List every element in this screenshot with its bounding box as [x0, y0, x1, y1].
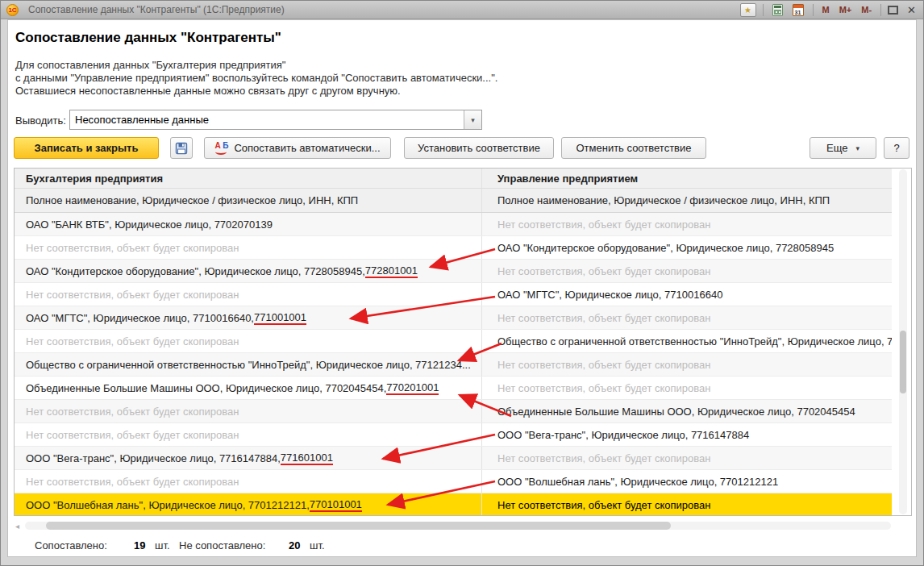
close-icon[interactable]: ✕ [902, 4, 918, 16]
matched-label: Сопоставлено: [35, 539, 134, 551]
kpp-underlined: 770101001 [310, 498, 362, 512]
no-match-text: Нет соответствия, объект будет скопирова… [26, 406, 239, 418]
table-row[interactable]: ОАО "Кондитерское оборудование", Юридиче… [15, 260, 892, 283]
table-row[interactable]: ООО "Волшебная лань", Юридическое лицо, … [15, 493, 892, 516]
scrollbar-track[interactable] [25, 522, 891, 530]
entity-text: Общество с ограниченной ответственностью… [26, 359, 471, 371]
table-row[interactable]: ОАО "МГТС", Юридическое лицо, 7710016640… [15, 306, 892, 330]
cell-management[interactable]: ОАО "Кондитерское оборудование", Юридиче… [481, 236, 892, 259]
no-match-text: Нет соответствия, объект будет скопирова… [497, 499, 710, 511]
divider [880, 4, 881, 16]
scrollbar-thumb[interactable] [46, 522, 671, 530]
description-line: Для сопоставления данных "Бухгалтерия пр… [15, 59, 497, 72]
description-line: Оставшиеся несопоставленные данные можно… [15, 85, 497, 98]
entity-text: Объединенные Большие Машины ООО, Юридиче… [26, 382, 386, 394]
cell-accounting[interactable]: Нет соответствия, объект будет скопирова… [15, 470, 481, 493]
scrollbar-thumb[interactable] [900, 331, 906, 393]
cell-management[interactable]: ОАО "МГТС", Юридическое лицо, 7710016640 [481, 283, 892, 306]
column-header-accounting[interactable]: Бухгалтерия предприятия [15, 169, 481, 188]
cell-management[interactable]: Нет соответствия, объект будет скопирова… [481, 306, 892, 329]
divider [813, 4, 814, 16]
cell-management[interactable]: ООО "Волшебная лань", Юридическое лицо, … [481, 470, 892, 493]
cell-accounting[interactable]: ОАО "БАНК ВТБ", Юридическое лицо, 770207… [15, 213, 481, 235]
cell-accounting[interactable]: Нет соответствия, объект будет скопирова… [15, 423, 481, 446]
column-header-management[interactable]: Управление предприятием [481, 169, 892, 188]
table-row[interactable]: Нет соответствия, объект будет скопирова… [15, 236, 892, 260]
scroll-left-icon[interactable]: ◂ [15, 522, 19, 531]
table-row[interactable]: Объединенные Большие Машины ООО, Юридиче… [15, 377, 892, 400]
status-bar: Сопоставлено:19шт.Не сопоставлено:20шт. [35, 539, 334, 551]
help-button[interactable]: ? [884, 137, 909, 159]
entity-text: ОАО "БАНК ВТБ", Юридическое лицо, 770207… [26, 218, 273, 231]
entity-text: ОАО "МГТС", Юридическое лицо, 7710016640… [26, 312, 254, 324]
table-row[interactable]: ОАО "БАНК ВТБ", Юридическое лицо, 770207… [15, 213, 892, 236]
entity-text: ООО "Волшебная лань", Юридическое лицо, … [26, 499, 310, 511]
kpp-underlined: 772801001 [365, 264, 418, 278]
memory-button-М[interactable]: М [820, 5, 832, 15]
cell-management[interactable]: Нет соответствия, объект будет скопирова… [481, 260, 892, 282]
vertical-scrollbar[interactable] [899, 169, 907, 514]
entity-text: ООО "Вега-транс", Юридическое лицо, 7716… [26, 452, 281, 464]
cell-accounting[interactable]: Общество с ограниченной ответственностью… [15, 353, 481, 376]
table-row[interactable]: Нет соответствия, объект будет скопирова… [15, 330, 892, 353]
cell-accounting[interactable]: ОАО "Кондитерское оборудование", Юридиче… [15, 260, 481, 282]
save-and-close-button[interactable]: Записать и закрыть [14, 137, 159, 159]
cell-management[interactable]: Нет соответствия, объект будет скопирова… [481, 353, 892, 376]
cell-accounting[interactable]: ООО "Вега-транс", Юридическое лицо, 7716… [15, 447, 481, 469]
table-row[interactable]: ООО "Вега-транс", Юридическое лицо, 7716… [15, 447, 892, 470]
no-match-text: Нет соответствия, объект будет скопирова… [497, 382, 710, 394]
subheader-accounting: Полное наименование, Юридическое / физич… [15, 189, 481, 212]
save-button[interactable] [170, 137, 193, 159]
calculator-icon[interactable] [770, 3, 786, 17]
subheader-management: Полное наименование, Юридическое / физич… [481, 189, 892, 212]
cell-management[interactable]: Нет соответствия, объект будет скопирова… [481, 213, 892, 235]
cell-accounting[interactable]: ООО "Волшебная лань", Юридическое лицо, … [15, 493, 481, 516]
window-title: Сопоставление данных "Контрагенты" (1С:П… [28, 4, 285, 15]
cell-management[interactable]: Общество с ограниченной ответственностью… [481, 330, 892, 352]
entity-text: Объединенные Большие Машины ООО, Юридиче… [497, 406, 855, 418]
cell-management[interactable]: Объединенные Большие Машины ООО, Юридиче… [481, 400, 892, 422]
set-match-button[interactable]: Установить соответствие [404, 137, 554, 159]
table-row[interactable]: Нет соответствия, объект будет скопирова… [15, 283, 892, 306]
table-row[interactable]: Общество с ограниченной ответственностью… [15, 353, 892, 377]
entity-text: ОАО "МГТС", Юридическое лицо, 7710016640 [497, 289, 722, 301]
favorites-icon[interactable]: ★ [740, 3, 756, 17]
no-match-text: Нет соответствия, объект будет скопирова… [26, 289, 239, 301]
more-button[interactable]: Еще▾ [810, 137, 876, 159]
memory-button-Мminus[interactable]: М- [859, 5, 874, 15]
no-match-text: Нет соответствия, объект будет скопирова… [497, 265, 710, 277]
table-row[interactable]: Нет соответствия, объект будет скопирова… [15, 423, 892, 447]
cell-accounting[interactable]: Объединенные Большие Машины ООО, Юридиче… [15, 377, 481, 399]
cell-management[interactable]: Нет соответствия, объект будет скопирова… [481, 447, 892, 469]
memory-button-Мplus[interactable]: М+ [837, 5, 855, 15]
horizontal-scrollbar[interactable]: ◂ [14, 521, 912, 531]
maximize-icon[interactable] [888, 6, 898, 15]
divider [763, 4, 764, 16]
kpp-underlined: 770201001 [386, 381, 439, 395]
cancel-match-button[interactable]: Отменить соответствие [561, 137, 706, 159]
cell-accounting[interactable]: Нет соответствия, объект будет скопирова… [15, 283, 481, 306]
table-row[interactable]: Нет соответствия, объект будет скопирова… [15, 470, 892, 493]
cell-management[interactable]: ООО "Вега-транс", Юридическое лицо, 7716… [481, 423, 892, 446]
table-header-row: Бухгалтерия предприятия Управление предп… [15, 169, 892, 189]
app-window: 1С Сопоставление данных "Контрагенты" (1… [0, 0, 924, 566]
chevron-down-icon[interactable]: ▾ [464, 110, 481, 129]
memory-buttons: ММ+М- [820, 5, 875, 15]
cell-management[interactable]: Нет соответствия, объект будет скопирова… [481, 377, 892, 399]
description-line: с данными "Управление предприятием" восп… [15, 72, 497, 85]
cell-management[interactable]: Нет соответствия, объект будет скопирова… [481, 493, 892, 516]
cell-accounting[interactable]: Нет соответствия, объект будет скопирова… [15, 400, 481, 422]
no-match-text: Нет соответствия, объект будет скопирова… [26, 476, 239, 488]
entity-text: ОАО "Кондитерское оборудование", Юридиче… [26, 265, 365, 277]
display-mode-combobox[interactable]: Несопоставленные данные ▾ [69, 110, 482, 130]
table-subheader-row: Полное наименование, Юридическое / физич… [15, 189, 892, 213]
cell-accounting[interactable]: Нет соответствия, объект будет скопирова… [15, 236, 481, 259]
filter-label: Выводить: [15, 114, 66, 127]
cell-accounting[interactable]: Нет соответствия, объект будет скопирова… [15, 330, 481, 352]
match-automatically-button[interactable]: АБ Сопоставить автоматически... [204, 137, 391, 159]
kpp-underlined: 771601001 [281, 452, 333, 465]
entity-text: ООО "Волшебная лань", Юридическое лицо, … [497, 476, 778, 488]
cell-accounting[interactable]: ОАО "МГТС", Юридическое лицо, 7710016640… [15, 306, 481, 329]
table-row[interactable]: Нет соответствия, объект будет скопирова… [15, 400, 892, 423]
calendar-icon[interactable]: 31 [790, 3, 806, 17]
